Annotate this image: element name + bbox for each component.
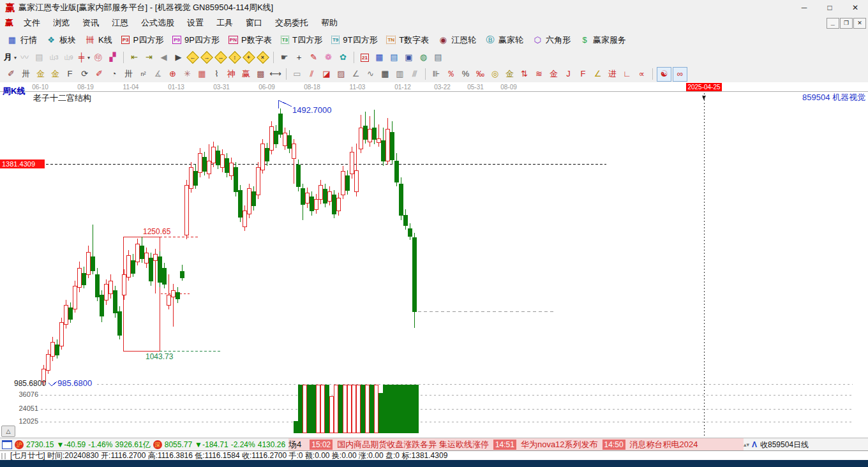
f-line-icon[interactable]: F bbox=[576, 68, 590, 81]
menu-item[interactable]: 交易委托 bbox=[269, 15, 315, 31]
n2-icon[interactable]: n² bbox=[137, 68, 150, 81]
child-minimize-button[interactable]: ＿ bbox=[827, 18, 839, 29]
bars3-tool-icon[interactable]: 山3 bbox=[47, 51, 61, 64]
ratio-line-icon[interactable]: ∝ bbox=[635, 68, 648, 81]
crosshair-tool-button[interactable]: ＋ bbox=[292, 51, 306, 64]
t-table-button[interactable]: TNT数字表 bbox=[382, 33, 433, 47]
price-scale-icon[interactable]: ⊪ bbox=[430, 68, 443, 81]
menu-item[interactable]: 文件 bbox=[17, 15, 47, 31]
news-headline[interactable]: 国内商品期货收盘涨跌各异 集运欧线涨停 bbox=[337, 439, 489, 450]
gold-section-lines-icon[interactable]: 金 bbox=[503, 68, 516, 81]
gold-line-icon[interactable]: 金 bbox=[547, 68, 560, 81]
wave-structure-icon[interactable]: 〰 bbox=[18, 51, 31, 64]
bars9-tool-icon[interactable]: 山9 bbox=[62, 51, 75, 64]
percent-retrace-icon[interactable]: ％ bbox=[444, 68, 458, 81]
dense-grid-icon[interactable]: ▩ bbox=[254, 68, 267, 81]
compress-button[interactable]: × bbox=[257, 51, 269, 64]
9t-square-button[interactable]: T99T四方形 bbox=[327, 33, 382, 47]
menu-item[interactable]: 浏览 bbox=[47, 15, 76, 31]
close-button[interactable]: ✕ bbox=[842, 0, 868, 15]
next-bar-button[interactable]: ▶ bbox=[172, 51, 185, 64]
save-button[interactable]: ▣ bbox=[402, 51, 415, 64]
notepad-button[interactable]: ▤ bbox=[387, 51, 401, 64]
child-close-button[interactable]: ✕ bbox=[853, 18, 866, 29]
gold-angle-icon[interactable]: ∠ bbox=[591, 68, 604, 81]
candle-style-button[interactable]: ╪▾ bbox=[77, 51, 90, 64]
width-measure-icon[interactable]: ⟷ bbox=[269, 68, 282, 81]
news-ticker[interactable]: 场4 15:02国内商品期货收盘涨跌各异 集运欧线涨停14:51华为nova12… bbox=[288, 438, 744, 451]
p-square-button[interactable]: P3P四方形 bbox=[117, 33, 168, 47]
menu-item[interactable]: 工具 bbox=[210, 15, 239, 31]
frame-icon[interactable]: ▭ bbox=[290, 68, 304, 81]
expand-button[interactable]: + bbox=[243, 51, 255, 64]
child-restore-button[interactable]: ❐ bbox=[840, 18, 853, 29]
annotate-pen-button[interactable]: ✎ bbox=[307, 51, 320, 64]
angle-lines-icon[interactable]: ∠ bbox=[349, 68, 363, 81]
teal-mascot-icon[interactable]: ✿ bbox=[336, 51, 350, 64]
fan-lines-icon[interactable]: ⫽ bbox=[305, 68, 318, 81]
news-headline[interactable]: 消息称台积电2024 bbox=[630, 439, 698, 450]
calendar-button[interactable]: 21 bbox=[358, 51, 371, 64]
infinity-button[interactable]: ∞ bbox=[673, 67, 687, 82]
9p-square-button[interactable]: P99P四方形 bbox=[168, 33, 224, 47]
chart-area[interactable]: 06-1008-1911-0401-1303-3106-0908-1811-03… bbox=[0, 82, 868, 438]
winner-wheel-button[interactable]: Ⓑ赢家轮 bbox=[481, 33, 528, 47]
menu-item[interactable]: 资讯 bbox=[76, 15, 105, 31]
t-square-button[interactable]: T3T四方形 bbox=[276, 33, 327, 47]
price-arrow-icon[interactable]: ⇅ bbox=[518, 68, 531, 81]
spiral-icon[interactable]: ⟳ bbox=[78, 68, 91, 81]
star-burst-icon[interactable]: ✳ bbox=[181, 68, 194, 81]
red-pen-icon[interactable]: ✐ bbox=[93, 68, 106, 81]
prev-bar-button[interactable]: ◀ bbox=[157, 51, 170, 64]
menu-item[interactable]: 江恩 bbox=[105, 15, 135, 31]
black-grid-icon[interactable]: ▦ bbox=[378, 68, 392, 81]
waves-icon[interactable]: ≋ bbox=[532, 68, 546, 81]
resistance-line-icon[interactable]: ∟ bbox=[620, 68, 634, 81]
gold-ruler2-icon[interactable]: 金 bbox=[49, 68, 62, 81]
last-bar-button[interactable]: ⇥ bbox=[142, 51, 156, 64]
shift-right-button[interactable]: → bbox=[200, 51, 213, 64]
print-button[interactable]: ▤ bbox=[431, 51, 445, 64]
maximize-button[interactable]: □ bbox=[817, 0, 842, 15]
candlestick-chart[interactable]: 06-1008-1911-0401-1303-3106-0908-1811-03… bbox=[0, 82, 868, 438]
quote-grid-icon[interactable] bbox=[2, 440, 12, 449]
fan-box-icon[interactable]: ◪ bbox=[320, 68, 333, 81]
menu-item[interactable]: 公式选股 bbox=[135, 15, 181, 31]
news-headline[interactable]: 华为nova12系列发布 bbox=[521, 439, 598, 450]
menu-item[interactable]: 窗口 bbox=[239, 15, 269, 31]
note-tool-icon[interactable]: ▤ bbox=[33, 51, 46, 64]
pen-knife-icon[interactable]: ✐ bbox=[4, 68, 18, 81]
minimize-button[interactable]: ─ bbox=[791, 0, 817, 15]
gold-section-circle-icon[interactable]: ◎ bbox=[488, 68, 502, 81]
f-ruler-icon[interactable]: F bbox=[63, 68, 77, 81]
period-month-button[interactable]: 月▾ bbox=[3, 51, 17, 64]
p-table-button[interactable]: PNP数字表 bbox=[224, 33, 276, 47]
red-grid-icon[interactable]: ▦ bbox=[195, 68, 209, 81]
zoom-horizontal-button[interactable]: ↔ bbox=[214, 51, 227, 64]
kline-button[interactable]: 卌K线 bbox=[80, 33, 117, 47]
time-cycle-icon[interactable]: ◔ bbox=[107, 68, 121, 81]
hand-tool-button[interactable]: ☛ bbox=[278, 51, 291, 64]
hatch-icon[interactable]: ▨ bbox=[334, 68, 348, 81]
first-bar-button[interactable]: ⇤ bbox=[128, 51, 141, 64]
slant-lines-icon[interactable]: ⫻ bbox=[408, 68, 421, 81]
angle-mirror-icon[interactable]: ∡ bbox=[151, 68, 165, 81]
grid-ruler-icon[interactable]: 卅 bbox=[19, 68, 33, 81]
zoom-vertical-button[interactable]: ↕ bbox=[228, 51, 241, 64]
tick-mark-icon[interactable]: ⌇ bbox=[210, 68, 223, 81]
v-grid-icon[interactable]: ▥ bbox=[393, 68, 407, 81]
menu-item[interactable]: 设置 bbox=[181, 15, 210, 31]
pane-toggle-button[interactable]: △ bbox=[1, 426, 15, 437]
winner-service-button[interactable]: $赢家服务 bbox=[575, 33, 631, 47]
ticker-scroll-control[interactable]: ▴▾ bbox=[744, 443, 749, 447]
percent-icon[interactable]: % bbox=[459, 68, 472, 81]
shift-left-button[interactable]: ← bbox=[186, 51, 199, 64]
ying-tool-icon[interactable]: 赢 bbox=[239, 68, 253, 81]
speed-line-icon[interactable]: 进 bbox=[606, 68, 619, 81]
zigzag-icon[interactable]: ∿ bbox=[364, 68, 377, 81]
j-line-icon[interactable]: J bbox=[562, 68, 575, 81]
sectors-button[interactable]: ❖板块 bbox=[41, 33, 80, 47]
menu-item[interactable]: 帮助 bbox=[315, 15, 344, 31]
taiji-button[interactable]: ☯ bbox=[657, 67, 671, 82]
shen-tool-icon[interactable]: 神 bbox=[225, 68, 238, 81]
